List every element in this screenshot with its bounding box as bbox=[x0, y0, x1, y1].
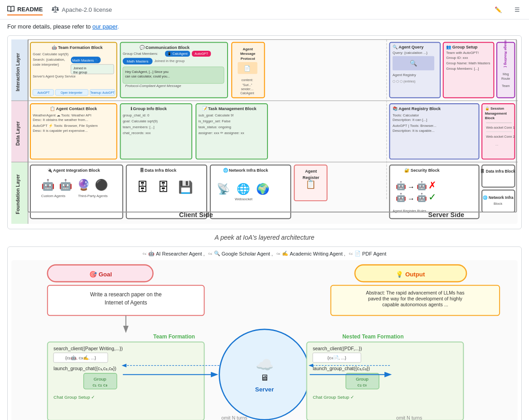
svg-text:Server: Server bbox=[255, 386, 274, 393]
svg-text:capable autonomous agents ...: capable autonomous agents ... bbox=[382, 302, 448, 308]
svg-text:🗄: 🗄 bbox=[136, 180, 148, 194]
svg-text:search_client({Paper Writing,.: search_client({Paper Writing,...}) bbox=[53, 346, 123, 352]
svg-text:Group Name: Math Masters: Group Name: Math Masters bbox=[446, 61, 490, 65]
arch-svg: Interaction Layer Data Layer Foundation … bbox=[11, 39, 518, 224]
page-wrapper: README Apache-2.0 license ✏️ ☰ For more … bbox=[0, 0, 529, 420]
svg-text:omit N turns: omit N turns bbox=[221, 415, 247, 420]
svg-text:🗄 Data Infra Block: 🗄 Data Infra Block bbox=[480, 169, 515, 174]
svg-text:Joined in: Joined in bbox=[73, 66, 87, 70]
svg-text:Agent: Agent bbox=[243, 47, 253, 51]
svg-text:Group: Group bbox=[356, 377, 369, 381]
svg-text:Joined in the group: Joined in the group bbox=[154, 59, 185, 63]
paper-link[interactable]: our paper bbox=[92, 23, 117, 30]
svg-text:🔮: 🔮 bbox=[77, 179, 91, 191]
svg-text:🗄: 🗄 bbox=[157, 180, 169, 194]
svg-text:ℹ Group Info Block: ℹ Group Info Block bbox=[131, 106, 167, 111]
svg-text:{c₈📄, ...}: {c₈📄, ...} bbox=[327, 355, 346, 361]
tab-license[interactable]: Apache-2.0 license bbox=[52, 4, 112, 15]
svg-text:⬡ ⬡ ⬡ (entries): ⬡ ⬡ ⬡ (entries) bbox=[393, 79, 415, 83]
svg-text:can use calculator, could you.: can use calculator, could you... bbox=[125, 74, 170, 78]
svg-text:🌐 Network Infra: 🌐 Network Infra bbox=[483, 195, 514, 200]
arch-caption: A peek at IoA's layered architecture bbox=[7, 234, 522, 241]
svg-text:assigner: xxx ✏ assignee: xx: assigner: xxx ✏ assignee: xx bbox=[199, 131, 244, 135]
svg-text:Desc: It is capable yet expens: Desc: It is capable yet expensive... bbox=[33, 129, 87, 133]
svg-text:🖥: 🖥 bbox=[260, 373, 269, 382]
svg-text:Tools: Calculator: Tools: Calculator bbox=[393, 113, 419, 117]
svg-text:Msg: Msg bbox=[503, 72, 509, 76]
svg-text:the group: the group bbox=[73, 70, 87, 74]
agent-badge-c1: c₁: 🤖 AI Researcher Agent, bbox=[143, 251, 205, 256]
svg-text:👥 Group Setup: 👥 Group Setup bbox=[446, 44, 478, 50]
svg-text:📋: 📋 bbox=[306, 179, 316, 189]
svg-text:Query: {calculation ...}: Query: {calculation ...} bbox=[393, 51, 427, 55]
svg-text:Third-Party Agents: Third-Party Agents bbox=[78, 194, 107, 198]
svg-text:Protocol: Protocol bbox=[241, 57, 255, 61]
svg-text:Web-socket Conn 1: Web-socket Conn 1 bbox=[486, 126, 514, 130]
arch-diagram: Interaction Layer Data Layer Foundation … bbox=[7, 35, 522, 229]
top-nav: README Apache-2.0 license ✏️ ☰ bbox=[0, 0, 529, 19]
menu-icon[interactable]: ☰ bbox=[513, 5, 522, 15]
svg-text:Chat Group Setup ✓: Chat Group Setup ✓ bbox=[53, 395, 95, 400]
svg-rect-104 bbox=[30, 165, 123, 218]
svg-text:chat_records: xxx: chat_records: xxx bbox=[123, 131, 151, 135]
svg-text:Abstract: The rapid advancemen: Abstract: The rapid advancement of LLMs … bbox=[366, 290, 464, 295]
tab-readme[interactable]: README bbox=[7, 4, 43, 15]
svg-text:omit N turns: omit N turns bbox=[396, 415, 422, 420]
svg-text:Team Formation: Team Formation bbox=[153, 333, 195, 340]
svg-text:Group: Group bbox=[94, 377, 107, 381]
svg-text:c₁ c₂ c₃: c₁ c₂ c₃ bbox=[92, 383, 107, 388]
svg-text:Interaction Layer: Interaction Layer bbox=[15, 53, 20, 92]
svg-text:☁️: ☁️ bbox=[256, 356, 274, 373]
svg-text:AutoGPT | Tools: Browser...: AutoGPT | Tools: Browser... bbox=[393, 124, 436, 128]
svg-text:Open Interpreter: Open Interpreter bbox=[61, 91, 83, 95]
agent-badge-c8: c₈: 📄 PDF Agent bbox=[349, 251, 386, 256]
content-area: For more details, please refer to our pa… bbox=[0, 23, 529, 420]
arch-inner: Interaction Layer Data Layer Foundation … bbox=[8, 36, 521, 229]
svg-text:🌐 Network Infra Block: 🌐 Network Infra Block bbox=[223, 168, 269, 173]
svg-text:🔐 Security Block: 🔐 Security Block bbox=[404, 168, 440, 173]
svg-text:Goal: Calculate sqrt(9): Goal: Calculate sqrt(9) bbox=[33, 52, 68, 56]
svg-rect-138 bbox=[482, 165, 514, 187]
svg-text:Write a research paper on the: Write a research paper on the bbox=[90, 291, 162, 298]
svg-text:Agent: Agent bbox=[305, 169, 317, 174]
svg-text:📝 Task Management Block: 📝 Task Management Block bbox=[202, 106, 257, 111]
svg-text:AutoGPT ⚡ Tools: Browser, File: AutoGPT ⚡ Tools: Browser, File System bbox=[33, 123, 98, 128]
svg-text:CalcAgent: CalcAgent bbox=[240, 92, 254, 95]
svg-text:search_client({PDF,...}): search_client({PDF,...}) bbox=[313, 346, 362, 352]
svg-text:🎯 Goal: 🎯 Goal bbox=[89, 270, 112, 278]
svg-text:c₂ c₈: c₂ c₈ bbox=[358, 383, 367, 388]
svg-text:💾: 💾 bbox=[178, 180, 193, 194]
svg-text:Math Masters: Math Masters bbox=[127, 59, 149, 63]
svg-text:Internet of Agents: Internet of Agents bbox=[105, 300, 147, 306]
svg-text:Custom Agents: Custom Agents bbox=[41, 194, 65, 198]
svg-text:🤖: 🤖 bbox=[396, 192, 406, 203]
svg-text:→: → bbox=[408, 195, 415, 203]
svg-text:{c₂🤖, c₃✍, ...}: {c₂🤖, c₃✍, ...} bbox=[65, 355, 97, 361]
svg-text:💬 Communication Block: 💬 Communication Block bbox=[140, 45, 190, 50]
svg-text:Websocket: Websocket bbox=[235, 197, 253, 201]
svg-text:WeatherAgent ☁ Tools: Weather : WeatherAgent ☁ Tools: Weather API bbox=[33, 113, 91, 117]
intro-text: For more details, please refer to our pa… bbox=[7, 23, 522, 30]
svg-text:Group Chat Members:: Group Chat Members: bbox=[123, 52, 158, 56]
svg-text:Group Members: [...]: Group Members: [...] bbox=[446, 67, 479, 71]
svg-text:is_trigger_set: False: is_trigger_set: False bbox=[199, 119, 231, 123]
svg-text:Foundation Layer: Foundation Layer bbox=[15, 174, 20, 214]
svg-text:🤖: 🤖 bbox=[41, 179, 55, 191]
svg-text:team_members: [...]: team_members: [...] bbox=[123, 125, 155, 129]
svg-text:Team: Team bbox=[502, 84, 510, 88]
svg-text:paved the way for the developm: paved the way for the development of hig… bbox=[368, 296, 463, 301]
svg-text:🔌 Agent Integration Block: 🔌 Agent Integration Block bbox=[47, 168, 101, 173]
svg-text:"Surl...": "Surl..." bbox=[242, 83, 252, 87]
svg-text:group_chat_id: 0: group_chat_id: 0 bbox=[123, 113, 150, 117]
svg-text:goal: Calculate sqrt(9): goal: Calculate sqrt(9) bbox=[123, 119, 158, 123]
ioa-inner: c₁: 🤖 AI Researcher Agent, c₂: 🔍 Google … bbox=[8, 247, 521, 420]
svg-text:Nested Team Formation: Nested Team Formation bbox=[342, 333, 403, 340]
svg-rect-140 bbox=[482, 190, 514, 212]
agents-row: c₁: 🤖 AI Researcher Agent, c₂: 🔍 Google … bbox=[11, 251, 518, 256]
svg-text:launch_group_chat({c₂,c₈}): launch_group_chat({c₂,c₈}) bbox=[313, 366, 370, 372]
edit-icon[interactable]: ✏️ bbox=[493, 5, 504, 15]
svg-text:📄: 📄 bbox=[244, 65, 251, 72]
svg-text:Server's Agent Query Service: Server's Agent Query Service bbox=[33, 74, 75, 78]
svg-text:🤖: 🤖 bbox=[396, 180, 406, 191]
svg-text:Teamup: AutoGPT: Teamup: AutoGPT bbox=[90, 91, 115, 95]
